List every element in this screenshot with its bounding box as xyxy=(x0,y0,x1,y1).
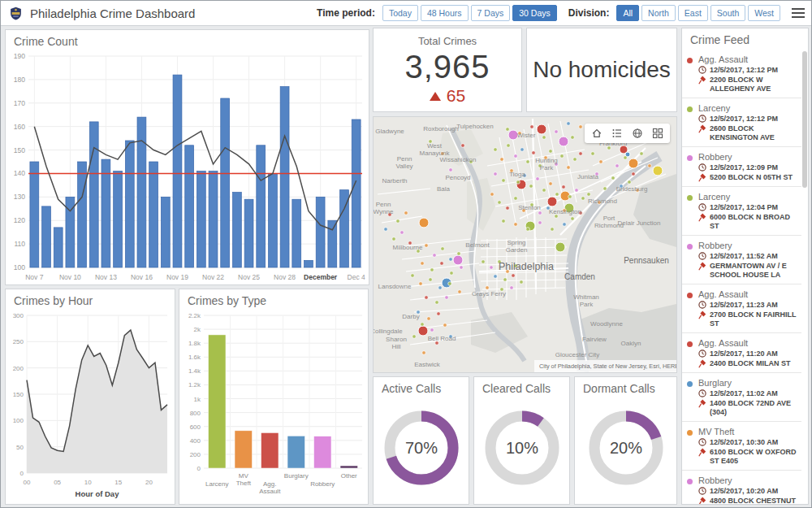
svg-text:Richmond: Richmond xyxy=(588,198,617,205)
svg-text:15: 15 xyxy=(114,479,122,486)
svg-text:Nov 25: Nov 25 xyxy=(238,273,260,281)
crime-feed-item[interactable]: Agg. Assault 12/5/2017, 11:20 AM 2400 BL… xyxy=(682,333,801,373)
police-badge-icon xyxy=(9,7,23,20)
crime-feed-item[interactable]: Larceny 12/5/2017, 12:04 PM 6000 BLOCK N… xyxy=(682,187,801,236)
clock-icon xyxy=(698,438,706,446)
crime-type-label: Robbery xyxy=(698,241,800,250)
svg-text:Theft: Theft xyxy=(236,480,252,487)
division-button-west[interactable]: West xyxy=(748,5,780,21)
division-button-group: AllNorthEastSouthWest xyxy=(614,5,780,21)
svg-text:Woodlynne: Woodlynne xyxy=(590,320,623,328)
svg-text:Wissahickon: Wissahickon xyxy=(440,156,477,163)
svg-text:1k: 1k xyxy=(194,396,201,403)
crime-time: 12/5/2017, 12:12 PM xyxy=(710,66,778,75)
crime-feed-item[interactable]: Robbery 12/5/2017, 11:52 AM GERMANTOWN A… xyxy=(682,236,801,284)
pushpin-icon xyxy=(698,173,706,182)
crime-feed-item[interactable]: Agg. Assault 12/5/2017, 11:23 AM 2700 BL… xyxy=(682,284,801,333)
svg-text:2k: 2k xyxy=(194,326,201,333)
svg-text:Bell Road: Bell Road xyxy=(428,335,456,342)
svg-text:2.2k: 2.2k xyxy=(188,312,201,319)
svg-text:Garden: Garden xyxy=(506,246,528,254)
apps-icon[interactable] xyxy=(652,128,663,139)
svg-text:Juniata: Juniata xyxy=(577,173,598,180)
crime-type-dot xyxy=(687,427,698,466)
feed-scrollbar-thumb[interactable] xyxy=(802,51,807,188)
crime-time: 12/5/2017, 12:12 PM xyxy=(710,115,778,124)
svg-text:Port: Port xyxy=(603,215,615,222)
svg-text:20: 20 xyxy=(145,479,153,486)
svg-text:Burglary: Burglary xyxy=(284,472,309,480)
cleared-calls-title: Cleared Calls xyxy=(474,377,569,397)
map-attribution: City of Philadelphia, State of New Jerse… xyxy=(539,363,676,370)
homicides-card: No homicides xyxy=(526,28,677,112)
svg-text:Gladwyne: Gladwyne xyxy=(375,128,404,135)
crime-feed-item[interactable]: Burglary 12/5/2017, 11:02 AM 1400 BLOCK … xyxy=(682,373,801,422)
home-icon[interactable] xyxy=(591,128,603,139)
svg-text:Nov 10: Nov 10 xyxy=(59,273,81,281)
crime-type-dot xyxy=(687,475,698,504)
svg-text:300: 300 xyxy=(13,312,24,319)
crime-address: 6100 BLOCK W OXFORD ST E405 xyxy=(710,448,800,466)
pushpin-icon xyxy=(698,124,706,133)
crime-type-dot xyxy=(687,103,698,142)
division-button-east[interactable]: East xyxy=(678,5,708,21)
svg-text:Eastwick: Eastwick xyxy=(414,361,441,368)
legend-icon[interactable] xyxy=(611,128,623,139)
svg-text:0: 0 xyxy=(20,470,24,477)
crime-time: 12/5/2017, 11:20 AM xyxy=(710,350,778,358)
time-period-button-30-days[interactable]: 30 Days xyxy=(512,5,557,21)
svg-text:Hill: Hill xyxy=(391,343,400,350)
crime-address: 4800 BLOCK CHESTNUT ST xyxy=(710,497,800,504)
svg-text:Roxborough: Roxborough xyxy=(423,125,459,132)
division-label: Division: xyxy=(568,7,610,19)
svg-text:Bridesburg: Bridesburg xyxy=(616,185,648,193)
crime-type-label: Robbery xyxy=(698,152,800,162)
active-calls-card: Active Calls 70% xyxy=(373,376,469,505)
crime-feed-list: Agg. Assault 12/5/2017, 12:12 PM 2200 BL… xyxy=(682,50,801,504)
svg-text:150: 150 xyxy=(13,391,24,398)
crime-feed-item[interactable]: Agg. Assault 12/5/2017, 12:12 PM 2200 BL… xyxy=(682,50,801,98)
hamburger-menu-icon[interactable] xyxy=(792,8,805,18)
time-period-button-48-hours[interactable]: 48 Hours xyxy=(421,5,469,21)
crime-address: 2400 BLOCK MILAN ST xyxy=(710,359,791,368)
svg-text:Dec 4: Dec 4 xyxy=(348,273,365,281)
svg-text:1.4k: 1.4k xyxy=(188,367,201,375)
map-toolbar xyxy=(585,124,670,143)
svg-text:70%: 70% xyxy=(404,439,437,457)
crime-type-dot xyxy=(687,289,698,328)
page-title: Philadelphia Crime Dashboard xyxy=(30,7,195,20)
dormant-calls-gauge: 20% xyxy=(583,405,669,491)
basemap-icon[interactable] xyxy=(632,128,643,139)
crime-feed-item[interactable]: Robbery 12/5/2017, 10:20 AM 4800 BLOCK C… xyxy=(682,471,801,504)
crime-feed-item[interactable]: MV Theft 12/5/2017, 10:30 AM 6100 BLOCK … xyxy=(682,422,801,471)
svg-text:160: 160 xyxy=(14,123,25,131)
cleared-calls-card: Cleared Calls 10% xyxy=(473,376,570,505)
app-header: Philadelphia Crime Dashboard Time period… xyxy=(1,1,812,26)
pushpin-icon xyxy=(698,213,706,222)
crime-time: 12/5/2017, 11:23 AM xyxy=(710,301,778,310)
pushpin-icon xyxy=(698,399,706,408)
division-button-all[interactable]: All xyxy=(616,5,639,21)
svg-text:Park: Park xyxy=(580,301,594,308)
svg-text:Lansdowne: Lansdowne xyxy=(378,283,412,290)
crime-address: 2600 BLOCK KENSINGTON AVE xyxy=(710,124,800,142)
crime-map[interactable]: GladwyneRoxboroughTulpehockenWisterWestM… xyxy=(374,117,676,372)
crime-feed-item[interactable]: Robbery 12/5/2017, 12:09 PM 5200 BLOCK N… xyxy=(682,147,801,187)
active-calls-gauge: 70% xyxy=(378,405,464,491)
crime-type-label: Larceny xyxy=(698,192,800,202)
time-period-button-today[interactable]: Today xyxy=(382,5,418,21)
svg-text:400: 400 xyxy=(190,437,201,445)
crimes-by-hour-chart: 0501001502002503000005101520Hour of Day xyxy=(6,309,175,502)
svg-text:Nov 16: Nov 16 xyxy=(131,273,153,281)
crime-count-title: Crime Count xyxy=(6,30,369,50)
svg-text:Stenton: Stenton xyxy=(518,204,541,211)
svg-text:Penn: Penn xyxy=(376,201,391,208)
time-period-button-7-days[interactable]: 7 Days xyxy=(471,5,511,21)
time-period-label: Time period: xyxy=(317,7,375,19)
svg-text:190: 190 xyxy=(14,52,25,60)
crime-feed-item[interactable]: Larceny 12/5/2017, 12:12 PM 2600 BLOCK K… xyxy=(682,98,801,147)
time-period-button-group: Today48 Hours7 Days30 Days xyxy=(380,5,557,21)
division-button-south[interactable]: South xyxy=(710,5,745,21)
division-button-north[interactable]: North xyxy=(641,5,676,21)
pushpin-icon xyxy=(698,262,706,271)
